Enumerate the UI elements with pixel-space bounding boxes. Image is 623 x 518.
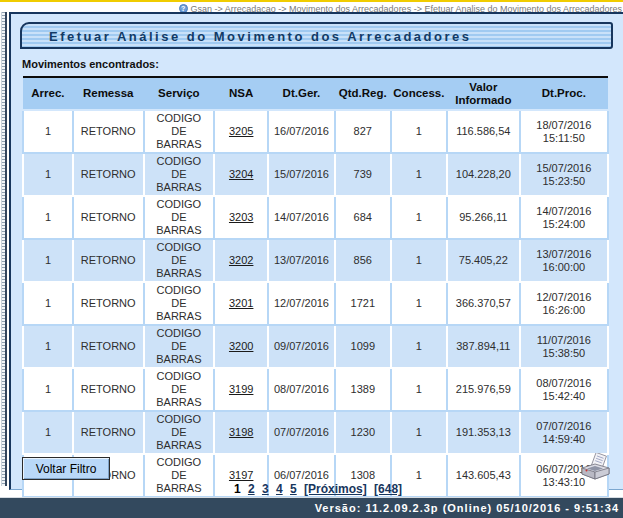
column-header-4: Dt.Ger. [268, 77, 335, 110]
left-frame-edge[interactable] [1, 12, 7, 486]
table-row: 1RETORNOCODIGO DE BARRAS320213/07/201685… [23, 239, 608, 282]
table-row: 1RETORNOCODIGO DE BARRAS320009/07/201610… [23, 325, 608, 368]
cell-remessa: RETORNO [73, 110, 144, 153]
cell-dt-ger: 08/07/2016 [268, 368, 335, 411]
dt-proc-date: 11/07/2016 [524, 334, 604, 347]
cell-arrec: 1 [23, 325, 73, 368]
column-header-0: Arrec. [23, 77, 73, 110]
nsa-link[interactable]: 3202 [229, 254, 253, 266]
nsa-link[interactable]: 3205 [229, 125, 253, 137]
page-link[interactable]: [648] [374, 482, 402, 496]
cell-nsa: 3202 [214, 239, 268, 282]
results-label: Movimentos encontrados: [22, 58, 623, 70]
table-row: 1RETORNOCODIGO DE BARRAS319908/07/201613… [23, 368, 608, 411]
cell-servico: CODIGO DE BARRAS [144, 411, 215, 454]
cell-servico: CODIGO DE BARRAS [144, 325, 215, 368]
nsa-link[interactable]: 3203 [229, 211, 253, 223]
cell-qtd-reg: 1230 [335, 411, 391, 454]
back-filter-button[interactable]: Voltar Filtro [22, 457, 110, 480]
dt-proc-time: 15:42:40 [524, 390, 604, 403]
breadcrumb-bar: ? Gsan -> Arrecadacao -> Movimento dos A… [0, 0, 623, 12]
cell-qtd-reg: 856 [335, 239, 391, 282]
nsa-link[interactable]: 3201 [229, 297, 253, 309]
table-row: 1RETORNOCODIGO DE BARRAS320516/07/201682… [23, 110, 608, 153]
column-header-6: Concess. [391, 77, 447, 110]
column-header-3: NSA [214, 77, 268, 110]
nsa-link[interactable]: 3204 [229, 168, 253, 180]
column-header-2: Serviço [144, 77, 215, 110]
cell-nsa: 3199 [214, 368, 268, 411]
page-link[interactable]: 4 [276, 482, 283, 496]
column-header-8: Dt.Proc. [520, 77, 608, 110]
dt-proc-time: 15:24:00 [524, 218, 604, 231]
cell-servico: CODIGO DE BARRAS [144, 110, 215, 153]
page-link[interactable]: 5 [290, 482, 297, 496]
pagination: 1 2 3 4 5 [Próximos] [648] [11, 482, 623, 496]
nsa-link[interactable]: 3198 [229, 426, 253, 438]
cell-concess: 1 [391, 239, 447, 282]
page-link[interactable]: [Próximos] [304, 482, 367, 496]
printer-icon[interactable] [578, 453, 612, 485]
cell-dt-ger: 09/07/2016 [268, 325, 335, 368]
dt-proc-date: 18/07/2016 [524, 119, 604, 132]
cell-valor: 366.370,57 [447, 282, 520, 325]
cell-dt-proc: 08/07/201615:42:40 [520, 368, 608, 411]
cell-nsa: 3203 [214, 196, 268, 239]
cell-dt-ger: 15/07/2016 [268, 153, 335, 196]
cell-remessa: RETORNO [73, 239, 144, 282]
cell-dt-proc: 07/07/201614:59:40 [520, 411, 608, 454]
column-header-7: Valor Informado [447, 77, 520, 110]
cell-dt-proc: 13/07/201616:00:00 [520, 239, 608, 282]
cell-dt-proc: 14/07/201615:24:00 [520, 196, 608, 239]
cell-nsa: 3200 [214, 325, 268, 368]
cell-concess: 1 [391, 282, 447, 325]
table-header-row: Arrec.RemessaServiçoNSADt.Ger.Qtd.Reg.Co… [23, 77, 608, 110]
table-row: 1RETORNOCODIGO DE BARRAS320112/07/201617… [23, 282, 608, 325]
dt-proc-date: 08/07/2016 [524, 377, 604, 390]
cell-dt-proc: 12/07/201616:26:00 [520, 282, 608, 325]
nsa-link[interactable]: 3199 [229, 383, 253, 395]
footer-bar: Versão: 11.2.09.2.3p (Online) 05/10/2016… [0, 497, 623, 518]
cell-servico: CODIGO DE BARRAS [144, 239, 215, 282]
cell-valor: 215.976,59 [447, 368, 520, 411]
cell-arrec: 1 [23, 368, 73, 411]
cell-remessa: RETORNO [73, 325, 144, 368]
cell-dt-ger: 12/07/2016 [268, 282, 335, 325]
cell-servico: CODIGO DE BARRAS [144, 282, 215, 325]
cell-dt-ger: 16/07/2016 [268, 110, 335, 153]
cell-remessa: RETORNO [73, 282, 144, 325]
version-text: Versão: 11.2.09.2.3p (Online) 05/10/2016… [315, 498, 619, 518]
cell-nsa: 3205 [214, 110, 268, 153]
page-link[interactable]: 3 [262, 482, 269, 496]
dt-proc-time: 15:38:50 [524, 347, 604, 360]
cell-arrec: 1 [23, 110, 73, 153]
cell-concess: 1 [391, 110, 447, 153]
page-current: 1 [234, 482, 241, 496]
cell-dt-proc: 11/07/201615:38:50 [520, 325, 608, 368]
cell-arrec: 1 [23, 411, 73, 454]
cell-servico: CODIGO DE BARRAS [144, 153, 215, 196]
cell-dt-ger: 13/07/2016 [268, 239, 335, 282]
cell-nsa: 3201 [214, 282, 268, 325]
cell-valor: 387.894,11 [447, 325, 520, 368]
dt-proc-time: 15:11:50 [524, 132, 604, 145]
cell-remessa: RETORNO [73, 368, 144, 411]
cell-dt-ger: 07/07/2016 [268, 411, 335, 454]
cell-arrec: 1 [23, 196, 73, 239]
cell-concess: 1 [391, 411, 447, 454]
cell-remessa: RETORNO [73, 196, 144, 239]
dt-proc-date: 07/07/2016 [524, 420, 604, 433]
dt-proc-time: 15:23:50 [524, 175, 604, 188]
gsan-window: ? Gsan -> Arrecadacao -> Movimento dos A… [0, 0, 623, 518]
cell-qtd-reg: 1721 [335, 282, 391, 325]
column-header-5: Qtd.Reg. [335, 77, 391, 110]
cell-qtd-reg: 1099 [335, 325, 391, 368]
dt-proc-date: 14/07/2016 [524, 205, 604, 218]
cell-arrec: 1 [23, 282, 73, 325]
nsa-link[interactable]: 3200 [229, 340, 253, 352]
cell-servico: CODIGO DE BARRAS [144, 368, 215, 411]
page-link[interactable]: 2 [248, 482, 255, 496]
cell-qtd-reg: 827 [335, 110, 391, 153]
cell-valor: 116.586,54 [447, 110, 520, 153]
column-header-1: Remessa [73, 77, 144, 110]
